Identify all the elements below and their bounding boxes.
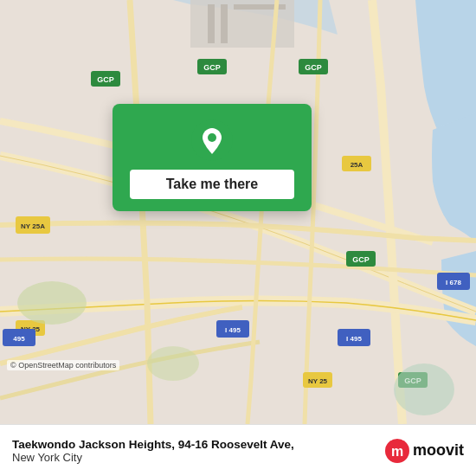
svg-text:I 495: I 495 bbox=[346, 335, 362, 343]
map-container: GCP GCP GCP GCP GCP NY 25A NY 25 NY 25 2… bbox=[0, 0, 476, 424]
take-me-there-button[interactable]: Take me there bbox=[130, 170, 294, 199]
svg-rect-2 bbox=[208, 4, 215, 43]
svg-text:m: m bbox=[391, 444, 403, 459]
svg-text:GCP: GCP bbox=[97, 75, 114, 84]
svg-text:I 495: I 495 bbox=[225, 326, 241, 334]
svg-text:GCP: GCP bbox=[352, 255, 370, 264]
svg-rect-3 bbox=[221, 4, 228, 43]
svg-text:GCP: GCP bbox=[203, 63, 221, 72]
svg-text:NY 25: NY 25 bbox=[308, 377, 328, 385]
svg-text:NY 25A: NY 25A bbox=[21, 222, 45, 230]
svg-point-35 bbox=[208, 133, 216, 142]
osm-credit: © OpenStreetMap contributors bbox=[7, 360, 119, 370]
location-pin-icon bbox=[191, 119, 233, 161]
moovit-icon: m bbox=[385, 439, 409, 463]
location-name: Taekwondo Jackson Heights, 94-16 Rooseve… bbox=[12, 438, 294, 451]
svg-text:GCP: GCP bbox=[305, 63, 322, 72]
svg-point-32 bbox=[147, 346, 199, 381]
location-info: Taekwondo Jackson Heights, 94-16 Rooseve… bbox=[12, 438, 294, 464]
bottom-bar: Taekwondo Jackson Heights, 94-16 Rooseve… bbox=[0, 424, 476, 476]
svg-text:I 678: I 678 bbox=[446, 279, 461, 286]
svg-text:495: 495 bbox=[13, 335, 25, 343]
svg-text:25A: 25A bbox=[351, 161, 363, 169]
moovit-text: moovit bbox=[413, 441, 464, 460]
moovit-logo: m moovit bbox=[385, 439, 464, 463]
svg-point-31 bbox=[17, 281, 87, 325]
location-city: New York City bbox=[12, 451, 294, 464]
card-overlay: Take me there bbox=[113, 104, 312, 211]
svg-point-33 bbox=[394, 363, 454, 415]
